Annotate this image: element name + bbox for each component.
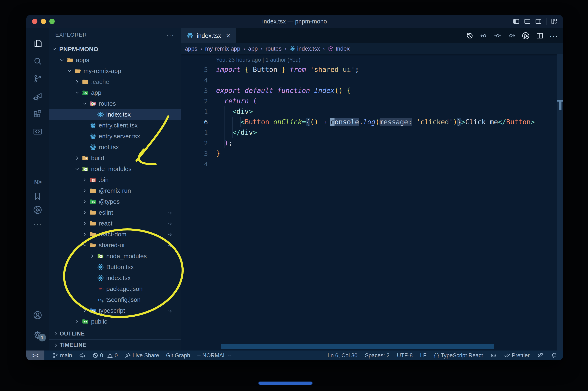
- editor-scrollbar-vertical[interactable]: [557, 54, 563, 351]
- layout-grid-icon[interactable]: [551, 18, 558, 25]
- activity-account-icon[interactable]: [26, 309, 49, 321]
- tree-item-app[interactable]: ⚙app: [49, 87, 181, 98]
- previous-change-icon[interactable]: [480, 32, 488, 40]
- status-prettier[interactable]: Prettier: [504, 352, 530, 359]
- activity-source-control-icon[interactable]: [26, 73, 49, 85]
- status-notifications[interactable]: [551, 352, 557, 359]
- layout-panel-icon[interactable]: [524, 18, 531, 25]
- separator: [546, 18, 546, 25]
- tree-item-react[interactable]: react: [49, 218, 181, 229]
- breadcrumb-item-apps[interactable]: apps: [185, 45, 197, 52]
- line-number: 5: [181, 66, 208, 73]
- tree-item-routes[interactable]: routes: [49, 98, 181, 109]
- tree-item--types[interactable]: TS@types: [49, 196, 181, 207]
- tree-item-public[interactable]: public: [49, 316, 181, 327]
- tree-item-pnpm-mono[interactable]: PNPM-MONO: [49, 44, 181, 54]
- activity-git-graph-icon[interactable]: [26, 204, 49, 216]
- tree-item-label: shared-ui: [99, 242, 124, 249]
- tree-item-eslint[interactable]: eslint: [49, 207, 181, 218]
- chevron-right-icon: [81, 199, 89, 204]
- activity-explorer-icon[interactable]: [26, 38, 49, 49]
- activity-search-icon[interactable]: [26, 55, 49, 67]
- tree-item-apps[interactable]: apps: [49, 54, 181, 65]
- status-live-share[interactable]: Live Share: [125, 352, 159, 359]
- tree-item-label: build: [91, 155, 104, 162]
- tree-item-react-dom[interactable]: react-dom: [49, 229, 181, 240]
- next-change-icon[interactable]: [508, 32, 516, 40]
- layout-sidebar-left-icon[interactable]: [513, 18, 520, 25]
- tree-item-button-tsx[interactable]: Button.tsx: [49, 262, 181, 272]
- split-editor-icon[interactable]: [536, 32, 544, 40]
- timeline-history-icon[interactable]: [466, 32, 474, 40]
- close-icon[interactable]: ×: [226, 32, 230, 39]
- folder-ts-icon: TS: [89, 198, 98, 205]
- tree-item-my-remix-app[interactable]: my-remix-app: [49, 65, 181, 76]
- status-vim-mode[interactable]: -- NORMAL --: [197, 352, 231, 359]
- status-git-graph[interactable]: Git Graph: [166, 352, 190, 359]
- status-indentation[interactable]: Spaces: 2: [365, 352, 390, 359]
- explorer-header: EXPLORER: [55, 32, 87, 38]
- tree-item--cache[interactable]: .cache: [49, 76, 181, 87]
- activity-extensions-icon[interactable]: [26, 108, 49, 120]
- activity-remote-explorer-icon[interactable]: [26, 126, 49, 138]
- chevron-down-icon: [50, 46, 58, 52]
- tab-index-tsx[interactable]: index.tsx ×: [181, 28, 236, 43]
- status-feedback[interactable]: [537, 352, 543, 359]
- more-actions-icon[interactable]: ···: [550, 32, 558, 40]
- tree-item-index-tsx[interactable]: index.tsx: [49, 109, 181, 120]
- status-problems[interactable]: 00: [92, 352, 118, 359]
- tree-item-typescript[interactable]: TStypescript: [49, 305, 181, 316]
- tree-item-node-modules[interactable]: JSnode_modules: [49, 251, 181, 262]
- tree-item-tsconfig-json[interactable]: TS⚙tsconfig.json: [49, 294, 181, 305]
- tree-item--remix-run[interactable]: @remix-run: [49, 185, 181, 196]
- tree-item-entry-server-tsx[interactable]: entry.server.tsx: [49, 131, 181, 142]
- status-language-mode[interactable]: { }TypeScript React: [434, 352, 483, 359]
- tree-item-root-tsx[interactable]: root.tsx: [49, 142, 181, 153]
- dock-indicator: [258, 382, 312, 385]
- breadcrumb-item-my-remix-app[interactable]: my-remix-app: [205, 45, 240, 52]
- titlebar-layout-icons: [513, 18, 558, 25]
- tree-item-label: @remix-run: [99, 187, 131, 194]
- explorer-more-icon[interactable]: ···: [166, 31, 174, 39]
- outline-section[interactable]: OUTLINE: [49, 328, 181, 339]
- status-cursor-position[interactable]: Ln 6, Col 30: [327, 352, 358, 359]
- tree-item-index-tsx[interactable]: index.tsx: [49, 272, 181, 283]
- tree-item-label: react: [99, 220, 112, 227]
- tree-item-build[interactable]: build: [49, 153, 181, 163]
- breadcrumb-item-index-tsx[interactable]: index.tsx: [289, 45, 320, 52]
- chevron-right-icon: [81, 210, 89, 215]
- activity-nx-console-icon[interactable]: N≥: [26, 177, 49, 188]
- tree-item-entry-client-tsx[interactable]: entry.client.tsx: [49, 120, 181, 131]
- breadcrumb-item-app[interactable]: app: [248, 45, 258, 52]
- tree-item-shared-ui[interactable]: shared-ui: [49, 240, 181, 251]
- status-sync[interactable]: [79, 352, 85, 359]
- react-icon: [289, 46, 295, 52]
- code-line-2: 2 return (: [181, 96, 563, 106]
- status-encoding[interactable]: UTF-8: [397, 352, 413, 359]
- layout-sidebar-right-icon[interactable]: [535, 18, 542, 25]
- editor-scrollbar-horizontal[interactable]: [221, 344, 494, 349]
- tree-item-label: public: [91, 318, 107, 325]
- tree-item-node-modules[interactable]: JSnode_modules: [49, 163, 181, 174]
- svg-text:TS: TS: [92, 310, 95, 312]
- chevron-down-icon: [58, 57, 66, 63]
- activity-bookmarks-icon[interactable]: [26, 190, 49, 202]
- status-eol[interactable]: LF: [420, 352, 427, 359]
- timeline-section[interactable]: TIMELINE: [49, 339, 181, 351]
- code-editor[interactable]: You, 23 hours ago | 1 author (You) 5impo…: [181, 54, 563, 351]
- tree-item--bin[interactable]: 0110.bin: [49, 174, 181, 185]
- status-copilot[interactable]: [490, 352, 496, 359]
- breadcrumb-item-routes[interactable]: routes: [266, 45, 282, 52]
- chevron-right-icon: [81, 177, 89, 183]
- current-change-icon[interactable]: [494, 32, 502, 40]
- activity-more-views-icon[interactable]: ···: [26, 218, 49, 229]
- status-git-branch[interactable]: main: [52, 352, 72, 359]
- breadcrumb-item-index[interactable]: Index: [328, 45, 350, 52]
- git-graph-view-icon[interactable]: [522, 32, 530, 40]
- remote-indicator[interactable]: ><: [26, 351, 44, 360]
- tree-item-package-json[interactable]: npmpackage.json: [49, 283, 181, 294]
- error-icon: [92, 352, 98, 359]
- activity-run-debug-icon[interactable]: [26, 91, 49, 102]
- activity-settings-icon[interactable]: 1: [26, 329, 49, 341]
- chevron-down-icon: [81, 101, 89, 106]
